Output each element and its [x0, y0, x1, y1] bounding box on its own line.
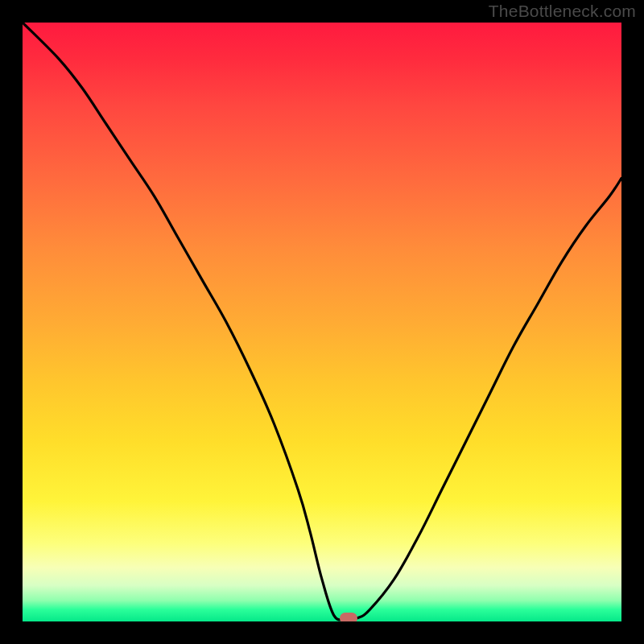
watermark-text: TheBottleneck.com — [489, 2, 636, 21]
optimal-point-marker — [340, 613, 357, 621]
plot-area — [23, 23, 621, 621]
bottleneck-curve — [23, 23, 621, 621]
chart-frame: TheBottleneck.com — [0, 0, 644, 644]
